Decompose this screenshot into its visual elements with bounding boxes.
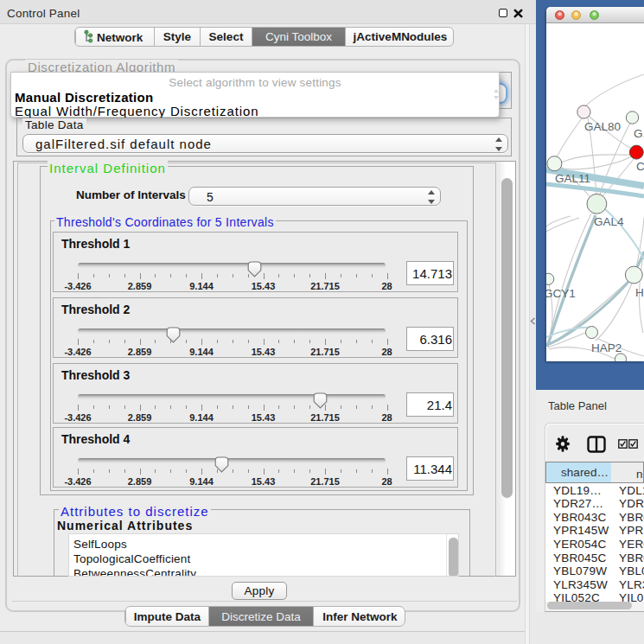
svg-text:G.: G. (634, 127, 644, 140)
svg-text:C: C (636, 160, 644, 173)
svg-text:GAL80: GAL80 (584, 120, 621, 133)
svg-text:H: H (635, 286, 644, 299)
svg-text:GAL4: GAL4 (594, 215, 624, 228)
svg-text:GCY1: GCY1 (546, 287, 576, 300)
svg-text:HAP2: HAP2 (591, 341, 622, 354)
svg-text:GAL11: GAL11 (555, 172, 590, 185)
